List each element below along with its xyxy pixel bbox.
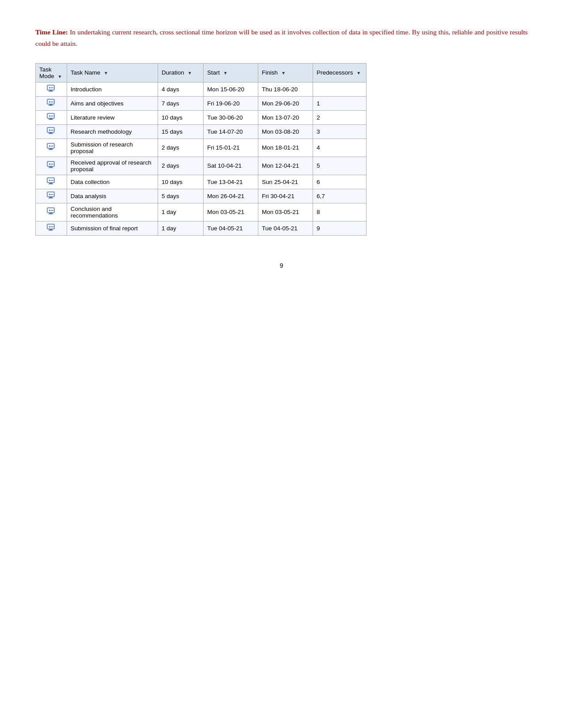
th-duration[interactable]: Duration ▼ (158, 63, 204, 82)
table-row: Introduction4 daysMon 15-06-20Thu 18-06-… (36, 82, 367, 96)
svg-rect-7 (49, 105, 53, 106)
svg-rect-27 (49, 167, 53, 168)
th-predecessors-label: Predecessors (317, 69, 353, 76)
intro-paragraph: Time Line: In undertaking current resear… (35, 26, 528, 50)
cell-duration: 10 days (158, 110, 204, 124)
task-mode-icon (46, 87, 56, 94)
th-finish[interactable]: Finish ▼ (258, 63, 313, 82)
cell-task-name: Data collection (67, 175, 158, 189)
svg-rect-47 (49, 230, 53, 231)
cell-predecessors: 8 (313, 203, 366, 221)
cell-task-name: Submission of research proposal (67, 139, 158, 157)
svg-rect-11 (49, 118, 52, 119)
th-start[interactable]: Start ▼ (204, 63, 258, 82)
cell-start: Mon 15-06-20 (204, 82, 258, 96)
th-task-mode-label: TaskMode (39, 66, 54, 79)
cell-task-name: Introduction (67, 82, 158, 96)
cell-predecessors: 3 (313, 124, 366, 139)
svg-rect-32 (49, 184, 53, 184)
cell-task-name: Submission of final report (67, 221, 158, 235)
svg-rect-46 (49, 229, 52, 230)
svg-marker-23 (49, 145, 51, 147)
svg-rect-6 (49, 104, 52, 105)
svg-marker-43 (49, 210, 51, 211)
cell-task-mode (36, 139, 67, 157)
cell-finish: Mon 03-05-21 (258, 203, 313, 221)
svg-rect-2 (49, 91, 53, 92)
cell-task-mode (36, 157, 67, 175)
cell-start: Sat 10-04-21 (204, 157, 258, 175)
gantt-table: TaskMode ▼ Task Name ▼ Duration ▼ Start … (35, 63, 367, 236)
cell-task-mode (36, 203, 67, 221)
svg-rect-16 (49, 132, 52, 133)
cell-finish: Tue 04-05-21 (258, 221, 313, 235)
cell-finish: Mon 13-07-20 (258, 110, 313, 124)
th-task-name-arrow: ▼ (104, 71, 108, 75)
th-start-label: Start (207, 69, 220, 76)
cell-task-name: Data analysis (67, 189, 158, 203)
intro-body: In undertaking current research, cross s… (35, 28, 528, 47)
th-duration-arrow: ▼ (188, 71, 192, 75)
cell-start: Tue 04-05-21 (204, 221, 258, 235)
cell-task-mode (36, 110, 67, 124)
cell-task-mode (36, 175, 67, 189)
svg-rect-42 (49, 214, 53, 214)
cell-start: Fri 15-01-21 (204, 139, 258, 157)
svg-marker-38 (49, 194, 51, 195)
task-mode-icon (46, 116, 56, 122)
cell-task-name: Literature review (67, 110, 158, 124)
cell-task-name: Received approval of research proposal (67, 157, 158, 175)
page-number: 9 (35, 262, 528, 269)
cell-finish: Fri 30-04-21 (258, 189, 313, 203)
svg-rect-17 (49, 133, 53, 134)
cell-start: Mon 26-04-21 (204, 189, 258, 203)
cell-task-mode (36, 82, 67, 96)
cell-predecessors (313, 82, 366, 96)
task-mode-icon (46, 210, 56, 217)
cell-duration: 2 days (158, 157, 204, 175)
table-row: Submission of research proposal2 daysFri… (36, 139, 367, 157)
th-task-mode[interactable]: TaskMode ▼ (36, 63, 67, 82)
th-task-name-label: Task Name (71, 69, 101, 76)
svg-rect-26 (49, 166, 52, 167)
cell-start: Mon 03-05-21 (204, 203, 258, 221)
task-mode-icon (46, 226, 56, 233)
th-duration-label: Duration (162, 69, 184, 76)
table-row: Received approval of research proposal2 … (36, 157, 367, 175)
svg-marker-3 (49, 87, 51, 89)
svg-rect-22 (49, 149, 53, 150)
task-mode-icon (46, 164, 56, 170)
cell-duration: 15 days (158, 124, 204, 139)
cell-finish: Sun 25-04-21 (258, 175, 313, 189)
svg-rect-1 (49, 90, 52, 91)
cell-finish: Mon 29-06-20 (258, 96, 313, 110)
cell-duration: 7 days (158, 96, 204, 110)
svg-marker-18 (49, 129, 51, 131)
svg-marker-33 (49, 180, 51, 181)
cell-finish: Mon 12-04-21 (258, 157, 313, 175)
task-mode-icon (46, 146, 56, 152)
cell-predecessors: 4 (313, 139, 366, 157)
th-start-arrow: ▼ (223, 71, 228, 75)
svg-rect-36 (49, 197, 52, 198)
svg-rect-21 (49, 148, 52, 149)
cell-task-name: Aims and objectives (67, 96, 158, 110)
cell-task-name: Conclusion and recommendations (67, 203, 158, 221)
cell-predecessors: 9 (313, 221, 366, 235)
table-row: Research methodology15 daysTue 14-07-20M… (36, 124, 367, 139)
th-task-mode-arrow: ▼ (58, 74, 62, 79)
svg-rect-12 (49, 119, 53, 120)
cell-finish: Mon 03-08-20 (258, 124, 313, 139)
svg-marker-28 (49, 163, 51, 165)
cell-duration: 10 days (158, 175, 204, 189)
cell-task-mode (36, 221, 67, 235)
th-predecessors[interactable]: Predecessors ▼ (313, 63, 366, 82)
cell-start: Tue 30-06-20 (204, 110, 258, 124)
cell-predecessors: 2 (313, 110, 366, 124)
cell-task-mode (36, 124, 67, 139)
task-mode-icon (46, 194, 56, 201)
th-task-name[interactable]: Task Name ▼ (67, 63, 158, 82)
cell-predecessors: 1 (313, 96, 366, 110)
svg-rect-37 (49, 198, 53, 199)
table-row: Submission of final report1 dayTue 04-05… (36, 221, 367, 235)
